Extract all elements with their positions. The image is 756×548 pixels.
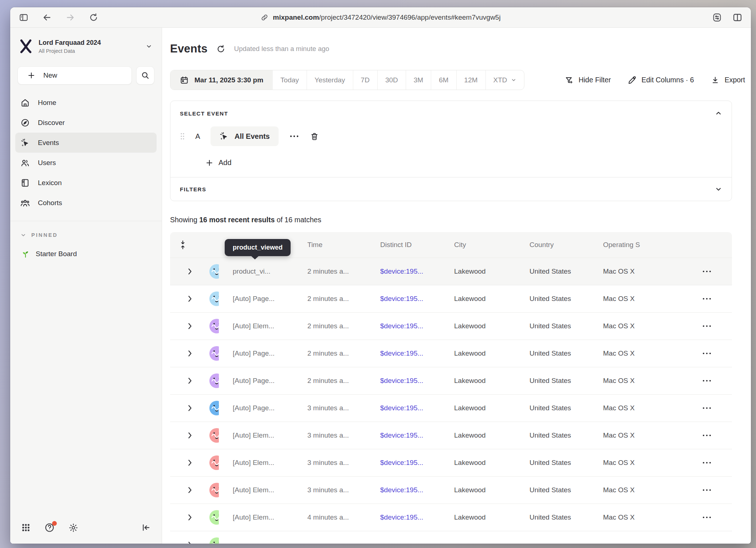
back-icon[interactable] [42,12,52,23]
edit-columns-button[interactable]: Edit Columns · 6 [628,76,694,85]
table-row[interactable]: [Auto] Elem...3 minutes a...$device:195.… [170,449,732,476]
date-preset-yesterday[interactable]: Yesterday [307,70,353,90]
table-row[interactable]: [Auto] Elem...2 minutes a...$device:195.… [170,312,732,340]
sidebar-item-events[interactable]: Events [15,133,157,153]
sidebar-item-cohorts[interactable]: Cohorts [15,193,157,213]
distinct-id-link[interactable]: $device:195... [366,322,440,330]
split-view-icon[interactable] [732,12,743,23]
column-header-time[interactable]: Time [294,241,366,249]
distinct-id-link[interactable]: $device:195... [366,349,440,357]
more-options-icon[interactable] [288,135,300,138]
forward-icon[interactable] [65,12,76,23]
collapse-section-icon[interactable] [715,110,722,117]
distinct-id-link[interactable]: $device:195... [366,377,440,385]
row-more-icon[interactable] [668,297,732,300]
page-settings-icon[interactable] [712,12,722,23]
date-preset-3m[interactable]: 3M [406,70,431,90]
expand-row-icon[interactable] [170,432,196,439]
delete-event-icon[interactable] [310,132,319,141]
project-switcher[interactable]: Lord Farquaad 2024 All Project Data [10,39,162,54]
pinned-section-header[interactable]: PINNED [10,221,162,240]
row-more-icon[interactable] [668,516,732,519]
column-header-os[interactable]: Operating S [589,241,668,249]
collapse-all-rows-icon[interactable] [170,240,196,250]
row-more-icon[interactable] [668,407,732,410]
event-name-cell[interactable]: [Auto] Elem... [219,431,294,439]
expand-row-icon[interactable] [170,514,196,521]
table-row[interactable]: [Auto] Page...2 minutes a...$device:195.… [170,367,732,394]
table-row[interactable]: [Auto] Elem...3 minutes a...$device:195.… [170,476,732,504]
sidebar-item-discover[interactable]: Discover [15,113,157,133]
expand-row-icon[interactable] [170,322,196,330]
distinct-id-link[interactable]: $device:195... [366,431,440,439]
distinct-id-link[interactable]: $device:195... [366,267,440,275]
date-preset-6m[interactable]: 6M [431,70,456,90]
refresh-icon[interactable] [216,44,225,54]
expand-row-icon[interactable] [170,486,196,494]
sidebar-item-starter-board[interactable]: Starter Board [10,240,162,268]
expand-filters-icon[interactable] [715,185,722,193]
event-name-cell[interactable]: [Auto] Elem... [219,459,294,467]
table-row[interactable]: [Auto] Page...2 minutes a...$device:195.… [170,285,732,312]
distinct-id-link[interactable]: $device:195... [366,459,440,467]
apps-grid-icon[interactable] [21,523,31,532]
column-header-country[interactable]: Country [516,241,589,249]
export-button[interactable]: Export [711,76,745,85]
row-more-icon[interactable] [668,270,732,273]
date-preset-30d[interactable]: 30D [377,70,406,90]
row-more-icon[interactable] [668,325,732,328]
distinct-id-link[interactable]: $device:195... [366,295,440,303]
sidebar-item-users[interactable]: Users [15,153,157,173]
expand-row-icon[interactable] [170,377,196,384]
distinct-id-link[interactable]: $device:195... [366,404,440,412]
address-bar[interactable]: mixpanel.com/project/3472420/view/397469… [260,13,500,21]
event-name-cell[interactable]: product_vi... [219,267,294,275]
row-more-icon[interactable] [668,434,732,437]
column-header-city[interactable]: City [440,241,516,249]
distinct-id-link[interactable]: $device:195... [366,486,440,494]
reload-icon[interactable] [88,12,99,23]
row-more-icon[interactable] [668,352,732,355]
sidebar-item-home[interactable]: Home [15,93,157,113]
event-name-cell[interactable]: [Auto] Page... [219,377,294,385]
expand-row-icon[interactable] [170,459,196,466]
table-row[interactable] [170,531,732,544]
expand-row-icon[interactable] [170,541,196,544]
table-row[interactable]: [Auto] Page...2 minutes a...$device:195.… [170,340,732,367]
row-more-icon[interactable] [668,489,732,492]
event-name-cell[interactable]: [Auto] Page... [219,404,294,412]
table-row[interactable]: [Auto] Elem...4 minutes a...$device:195.… [170,504,732,531]
search-button[interactable] [136,66,154,85]
date-preset-xtd[interactable]: XTD [485,70,524,90]
column-header-distinct-id[interactable]: Distinct ID [366,241,440,249]
date-preset-today[interactable]: Today [273,70,307,90]
date-picker-selected[interactable]: Mar 11, 2025 3:30 pm [170,70,273,90]
help-button[interactable] [44,522,55,533]
table-row[interactable]: product_vi...2 minutes a...$device:195..… [170,258,732,285]
row-more-icon[interactable] [668,461,732,464]
expand-row-icon[interactable] [170,404,196,412]
add-event-button[interactable]: Add [205,158,722,167]
table-row[interactable]: [Auto] Page...3 minutes a...$device:195.… [170,394,732,422]
event-selector-chip[interactable]: All Events [210,126,279,146]
event-name-cell[interactable]: [Auto] Elem... [219,513,294,521]
expand-row-icon[interactable] [170,350,196,357]
settings-gear-icon[interactable] [68,523,78,533]
event-name-cell[interactable]: [Auto] Elem... [219,486,294,494]
collapse-sidebar-icon[interactable] [141,523,151,532]
distinct-id-link[interactable]: $device:195... [366,513,440,521]
event-name-cell[interactable]: [Auto] Elem... [219,322,294,330]
hide-filter-button[interactable]: Hide Filter [565,76,611,85]
expand-row-icon[interactable] [170,295,196,302]
event-name-cell[interactable]: [Auto] Page... [219,349,294,357]
row-more-icon[interactable] [668,379,732,382]
date-preset-7d[interactable]: 7D [353,70,377,90]
sidebar-item-lexicon[interactable]: Lexicon [15,173,157,193]
expand-row-icon[interactable] [170,268,196,275]
date-preset-12m[interactable]: 12M [456,70,485,90]
drag-handle-icon[interactable] [180,132,185,140]
sidebar-toggle-icon[interactable] [18,12,29,23]
event-name-cell[interactable]: [Auto] Page... [219,295,294,303]
new-button[interactable]: New [17,66,132,85]
table-row[interactable]: [Auto] Elem...3 minutes a...$device:195.… [170,422,732,449]
